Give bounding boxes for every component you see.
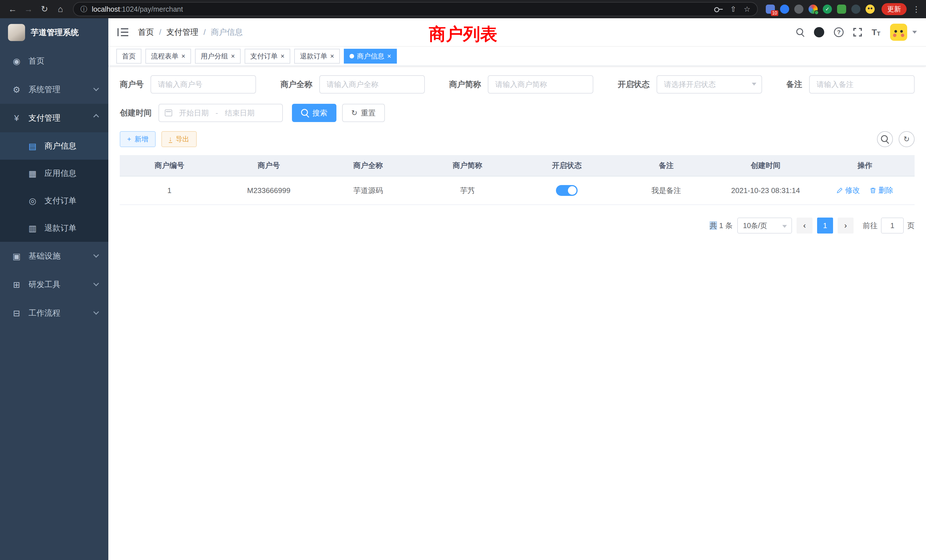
- tab-merchant-info[interactable]: 商户信息 ×: [344, 49, 397, 64]
- merchant-no-label: 商户号: [120, 79, 144, 90]
- site-info-icon[interactable]: ⓘ: [80, 5, 87, 14]
- extension-icon-1[interactable]: 10: [766, 5, 775, 14]
- goto-page-input[interactable]: [881, 218, 904, 233]
- breadcrumb-payment[interactable]: 支付管理: [166, 27, 198, 38]
- date-end-placeholder: 结束日期: [223, 108, 256, 118]
- close-icon[interactable]: ×: [280, 53, 284, 60]
- sidebar-item-payment[interactable]: ¥ 支付管理: [0, 104, 108, 132]
- sidebar-item-refund-order[interactable]: ▥ 退款订单: [0, 215, 108, 242]
- extension-icon-4[interactable]: [808, 5, 818, 14]
- avatar-dropdown-caret-icon[interactable]: [912, 31, 917, 34]
- col-actions: 操作: [816, 155, 915, 176]
- sidebar-item-label: 支付订单: [44, 195, 76, 206]
- font-size-icon[interactable]: TT: [872, 28, 881, 36]
- fullscreen-icon[interactable]: [853, 28, 862, 36]
- help-icon[interactable]: ?: [834, 27, 844, 37]
- sidebar-item-pay-order[interactable]: ◎ 支付订单: [0, 187, 108, 215]
- address-bar[interactable]: ⓘ localhost:1024/pay/merchant ⇧ ☆: [73, 2, 758, 16]
- table-row: 1 M233666999 芋道源码 芋艿 我是备注 2021-10-23 08:…: [120, 176, 915, 205]
- tab-process-form[interactable]: 流程表单 ×: [145, 49, 191, 64]
- search-icon[interactable]: [796, 28, 804, 36]
- tab-home[interactable]: 首页: [117, 49, 141, 64]
- refresh-table-button[interactable]: ↻: [899, 131, 915, 147]
- remark-label: 备注: [786, 79, 802, 90]
- close-icon[interactable]: ×: [231, 53, 235, 60]
- toggle-search-button[interactable]: [877, 131, 893, 147]
- browser-back-icon[interactable]: ←: [6, 2, 20, 16]
- browser-reload-icon[interactable]: ↻: [38, 2, 51, 16]
- share-icon[interactable]: ⇧: [730, 5, 737, 14]
- trash-icon: [870, 187, 876, 194]
- browser-menu-icon[interactable]: ⋮: [912, 5, 920, 14]
- col-remark: 备注: [617, 155, 716, 176]
- avatar[interactable]: [890, 24, 907, 41]
- search-icon: [881, 135, 889, 143]
- cell-status: [517, 176, 617, 205]
- cell-merchant-id: 1: [120, 176, 219, 205]
- bookmark-star-icon[interactable]: ☆: [744, 5, 750, 14]
- sidebar-item-label: 应用信息: [44, 168, 76, 179]
- close-icon[interactable]: ×: [330, 53, 334, 60]
- merchant-table: 商户编号 商户号 商户全称 商户简称 开启状态 备注 创建时间 操作 1: [120, 155, 915, 205]
- sidebar-item-workflow[interactable]: ⊟ 工作流程: [0, 299, 108, 327]
- add-button[interactable]: + 新增: [120, 131, 156, 147]
- sidebar-item-label: 首页: [29, 56, 44, 67]
- breadcrumb-current: 商户信息: [211, 27, 243, 38]
- remark-input[interactable]: [809, 75, 915, 94]
- short-name-input[interactable]: [488, 75, 593, 94]
- sidebar-item-app-info[interactable]: ▦ 应用信息: [0, 160, 108, 187]
- breadcrumb-separator: /: [204, 28, 206, 37]
- extension-icon-6[interactable]: [837, 5, 846, 14]
- export-button[interactable]: ↓ 导出: [161, 131, 197, 147]
- short-name-label: 商户简称: [449, 79, 481, 90]
- page-1-button[interactable]: 1: [817, 218, 833, 233]
- password-key-icon[interactable]: [714, 6, 723, 12]
- search-button[interactable]: 搜索: [292, 104, 336, 122]
- calendar-icon: [165, 109, 172, 117]
- reset-button[interactable]: ↻ 重置: [342, 104, 385, 122]
- browser-update-button[interactable]: 更新: [882, 3, 906, 15]
- sidebar-item-label: 研发工具: [29, 279, 61, 290]
- extension-icon-2[interactable]: [780, 5, 789, 14]
- search-icon: [301, 109, 309, 117]
- sidebar-item-system[interactable]: ⚙ 系统管理: [0, 75, 108, 104]
- next-page-button[interactable]: ›: [838, 218, 853, 233]
- cell-merchant-no: M233666999: [219, 176, 319, 205]
- merchant-no-input[interactable]: [151, 75, 256, 94]
- sidebar-toggle-icon[interactable]: [118, 28, 129, 37]
- full-name-input[interactable]: [319, 75, 425, 94]
- status-select[interactable]: [657, 75, 762, 94]
- edit-link[interactable]: 修改: [837, 185, 860, 195]
- sidebar-item-infra[interactable]: ▣ 基础设施: [0, 242, 108, 270]
- create-time-label: 创建时间: [120, 107, 152, 118]
- status-toggle[interactable]: [556, 185, 578, 196]
- extension-icon-3[interactable]: [794, 5, 803, 14]
- tab-user-group[interactable]: 用户分组 ×: [195, 49, 241, 64]
- create-time-range-picker[interactable]: 开始日期 - 结束日期: [159, 104, 283, 122]
- breadcrumb-home[interactable]: 首页: [138, 27, 154, 38]
- cell-actions: 修改 删除: [816, 176, 915, 205]
- sidebar-item-devtools[interactable]: ⊞ 研发工具: [0, 270, 108, 299]
- delete-link[interactable]: 删除: [870, 185, 893, 195]
- sidebar-menu: ◉ 首页 ⚙ 系统管理 ¥ 支付管理 ▤: [0, 47, 108, 327]
- chevron-up-icon: [93, 114, 99, 120]
- browser-home-icon[interactable]: ⌂: [54, 2, 67, 16]
- app-title: 芋道管理系统: [31, 27, 79, 38]
- breadcrumb: 首页 / 支付管理 / 商户信息: [138, 27, 243, 38]
- prev-page-button[interactable]: ‹: [797, 218, 813, 233]
- sidebar-item-merchant-info[interactable]: ▤ 商户信息: [0, 132, 108, 160]
- merchant-card-icon: ▤: [27, 141, 38, 151]
- page-size-select[interactable]: 10条/页: [737, 218, 792, 233]
- extension-icon-7[interactable]: [851, 5, 861, 14]
- sidebar-item-home[interactable]: ◉ 首页: [0, 47, 108, 75]
- extension-icon-5[interactable]: ✓: [823, 5, 832, 14]
- browser-forward-icon[interactable]: →: [22, 2, 35, 16]
- tab-refund-order[interactable]: 退款订单 ×: [294, 49, 340, 64]
- close-icon[interactable]: ×: [181, 53, 185, 60]
- tab-pay-order[interactable]: 支付订单 ×: [245, 49, 290, 64]
- payment-submenu: ▤ 商户信息 ▦ 应用信息 ◎ 支付订单 ▥ 退: [0, 132, 108, 242]
- status-select-input[interactable]: [657, 75, 762, 94]
- close-icon[interactable]: ×: [387, 53, 391, 60]
- extension-icon-8[interactable]: [865, 5, 875, 14]
- github-icon[interactable]: [814, 27, 824, 37]
